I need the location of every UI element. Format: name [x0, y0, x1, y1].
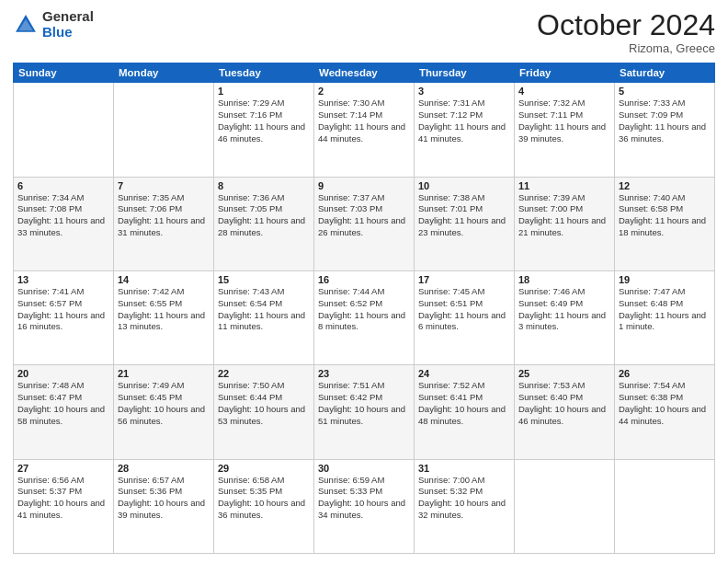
day-cell: 21Sunrise: 7:49 AM Sunset: 6:45 PM Dayli… [114, 365, 214, 459]
week-row-2: 6Sunrise: 7:34 AM Sunset: 7:08 PM Daylig… [14, 177, 715, 270]
day-number: 7 [118, 180, 210, 191]
day-number: 2 [318, 86, 410, 97]
day-info: Sunrise: 7:44 AM Sunset: 6:52 PM Dayligh… [318, 286, 410, 333]
day-number: 21 [118, 368, 210, 379]
day-info: Sunrise: 7:42 AM Sunset: 6:55 PM Dayligh… [118, 286, 210, 333]
week-row-4: 20Sunrise: 7:48 AM Sunset: 6:47 PM Dayli… [14, 365, 715, 459]
day-cell: 20Sunrise: 7:48 AM Sunset: 6:47 PM Dayli… [14, 365, 114, 459]
day-info: Sunrise: 7:30 AM Sunset: 7:14 PM Dayligh… [318, 98, 410, 144]
day-cell: 23Sunrise: 7:51 AM Sunset: 6:42 PM Dayli… [314, 365, 415, 459]
logo-icon [13, 12, 39, 38]
day-cell: 30Sunrise: 6:59 AM Sunset: 5:33 PM Dayli… [314, 459, 415, 553]
day-cell: 14Sunrise: 7:42 AM Sunset: 6:55 PM Dayli… [114, 270, 214, 364]
day-cell: 11Sunrise: 7:39 AM Sunset: 7:00 PM Dayli… [515, 177, 615, 270]
day-cell: 29Sunrise: 6:58 AM Sunset: 5:35 PM Dayli… [214, 459, 314, 553]
day-number: 24 [418, 368, 510, 379]
header: General Blue October 2024 Rizoma, Greece [13, 9, 715, 55]
day-info: Sunrise: 6:58 AM Sunset: 5:35 PM Dayligh… [218, 475, 310, 522]
day-number: 5 [619, 86, 711, 97]
day-number: 8 [218, 180, 310, 191]
day-info: Sunrise: 7:37 AM Sunset: 7:03 PM Dayligh… [318, 192, 410, 239]
day-cell: 16Sunrise: 7:44 AM Sunset: 6:52 PM Dayli… [314, 270, 415, 364]
day-cell: 1Sunrise: 7:29 AM Sunset: 7:16 PM Daylig… [214, 83, 314, 177]
day-number: 25 [518, 368, 610, 379]
day-cell: 26Sunrise: 7:54 AM Sunset: 6:38 PM Dayli… [615, 365, 715, 459]
day-info: Sunrise: 7:41 AM Sunset: 6:57 PM Dayligh… [17, 286, 109, 333]
day-number: 28 [118, 463, 210, 474]
weekday-header-wednesday: Wednesday [314, 63, 415, 83]
day-info: Sunrise: 6:59 AM Sunset: 5:33 PM Dayligh… [318, 475, 410, 522]
day-number: 27 [17, 463, 109, 474]
logo-text: General Blue [42, 9, 94, 40]
day-number: 13 [17, 274, 109, 285]
day-cell: 24Sunrise: 7:52 AM Sunset: 6:41 PM Dayli… [415, 365, 515, 459]
logo-general: General [42, 8, 94, 24]
day-info: Sunrise: 7:38 AM Sunset: 7:01 PM Dayligh… [418, 192, 510, 239]
day-cell: 17Sunrise: 7:45 AM Sunset: 6:51 PM Dayli… [415, 270, 515, 364]
weekday-header-monday: Monday [114, 63, 214, 83]
day-info: Sunrise: 7:33 AM Sunset: 7:09 PM Dayligh… [619, 98, 711, 144]
logo: General Blue [13, 9, 94, 40]
day-cell: 25Sunrise: 7:53 AM Sunset: 6:40 PM Dayli… [515, 365, 615, 459]
day-cell [615, 459, 715, 553]
day-cell: 12Sunrise: 7:40 AM Sunset: 6:58 PM Dayli… [615, 177, 715, 270]
week-row-1: 1Sunrise: 7:29 AM Sunset: 7:16 PM Daylig… [14, 83, 715, 177]
day-number: 17 [418, 274, 510, 285]
weekday-header-thursday: Thursday [415, 63, 515, 83]
title-block: October 2024 Rizoma, Greece [537, 9, 715, 55]
day-info: Sunrise: 7:39 AM Sunset: 7:00 PM Dayligh… [518, 192, 610, 239]
day-cell: 27Sunrise: 6:56 AM Sunset: 5:37 PM Dayli… [14, 459, 114, 553]
weekday-header-friday: Friday [515, 63, 615, 83]
day-number: 16 [318, 274, 410, 285]
day-number: 10 [418, 180, 510, 191]
day-cell: 7Sunrise: 7:35 AM Sunset: 7:06 PM Daylig… [114, 177, 214, 270]
day-info: Sunrise: 7:29 AM Sunset: 7:16 PM Dayligh… [218, 98, 310, 144]
day-cell: 9Sunrise: 7:37 AM Sunset: 7:03 PM Daylig… [314, 177, 415, 270]
day-info: Sunrise: 7:49 AM Sunset: 6:45 PM Dayligh… [118, 380, 210, 427]
weekday-header-saturday: Saturday [615, 63, 715, 83]
day-info: Sunrise: 6:57 AM Sunset: 5:36 PM Dayligh… [118, 475, 210, 522]
calendar-table: SundayMondayTuesdayWednesdayThursdayFrid… [13, 63, 715, 554]
day-info: Sunrise: 7:47 AM Sunset: 6:48 PM Dayligh… [619, 286, 711, 333]
day-info: Sunrise: 7:51 AM Sunset: 6:42 PM Dayligh… [318, 380, 410, 427]
day-cell [14, 83, 114, 177]
day-cell: 5Sunrise: 7:33 AM Sunset: 7:09 PM Daylig… [615, 83, 715, 177]
day-cell: 19Sunrise: 7:47 AM Sunset: 6:48 PM Dayli… [615, 270, 715, 364]
day-info: Sunrise: 7:36 AM Sunset: 7:05 PM Dayligh… [218, 192, 310, 239]
day-cell: 2Sunrise: 7:30 AM Sunset: 7:14 PM Daylig… [314, 83, 415, 177]
day-info: Sunrise: 7:35 AM Sunset: 7:06 PM Dayligh… [118, 192, 210, 239]
day-number: 18 [518, 274, 610, 285]
day-number: 20 [17, 368, 109, 379]
day-info: Sunrise: 7:43 AM Sunset: 6:54 PM Dayligh… [218, 286, 310, 333]
week-row-5: 27Sunrise: 6:56 AM Sunset: 5:37 PM Dayli… [14, 459, 715, 553]
day-cell: 22Sunrise: 7:50 AM Sunset: 6:44 PM Dayli… [214, 365, 314, 459]
day-number: 26 [619, 368, 711, 379]
day-info: Sunrise: 7:52 AM Sunset: 6:41 PM Dayligh… [418, 380, 510, 427]
day-number: 11 [518, 180, 610, 191]
day-cell: 18Sunrise: 7:46 AM Sunset: 6:49 PM Dayli… [515, 270, 615, 364]
logo-blue: Blue [42, 24, 73, 40]
weekday-header-sunday: Sunday [14, 63, 114, 83]
day-info: Sunrise: 6:56 AM Sunset: 5:37 PM Dayligh… [17, 475, 109, 522]
week-row-3: 13Sunrise: 7:41 AM Sunset: 6:57 PM Dayli… [14, 270, 715, 364]
day-info: Sunrise: 7:40 AM Sunset: 6:58 PM Dayligh… [619, 192, 711, 239]
day-number: 6 [17, 180, 109, 191]
day-cell: 31Sunrise: 7:00 AM Sunset: 5:32 PM Dayli… [415, 459, 515, 553]
day-number: 22 [218, 368, 310, 379]
day-info: Sunrise: 7:00 AM Sunset: 5:32 PM Dayligh… [418, 475, 510, 522]
day-info: Sunrise: 7:54 AM Sunset: 6:38 PM Dayligh… [619, 380, 711, 427]
day-cell [515, 459, 615, 553]
weekday-header-row: SundayMondayTuesdayWednesdayThursdayFrid… [14, 63, 715, 83]
day-cell: 4Sunrise: 7:32 AM Sunset: 7:11 PM Daylig… [515, 83, 615, 177]
day-info: Sunrise: 7:48 AM Sunset: 6:47 PM Dayligh… [17, 380, 109, 427]
day-cell: 13Sunrise: 7:41 AM Sunset: 6:57 PM Dayli… [14, 270, 114, 364]
day-number: 1 [218, 86, 310, 97]
day-number: 15 [218, 274, 310, 285]
month-title: October 2024 [537, 9, 715, 41]
day-cell [114, 83, 214, 177]
weekday-header-tuesday: Tuesday [214, 63, 314, 83]
day-cell: 28Sunrise: 6:57 AM Sunset: 5:36 PM Dayli… [114, 459, 214, 553]
day-info: Sunrise: 7:45 AM Sunset: 6:51 PM Dayligh… [418, 286, 510, 333]
page: General Blue October 2024 Rizoma, Greece… [0, 0, 728, 563]
day-info: Sunrise: 7:46 AM Sunset: 6:49 PM Dayligh… [518, 286, 610, 333]
